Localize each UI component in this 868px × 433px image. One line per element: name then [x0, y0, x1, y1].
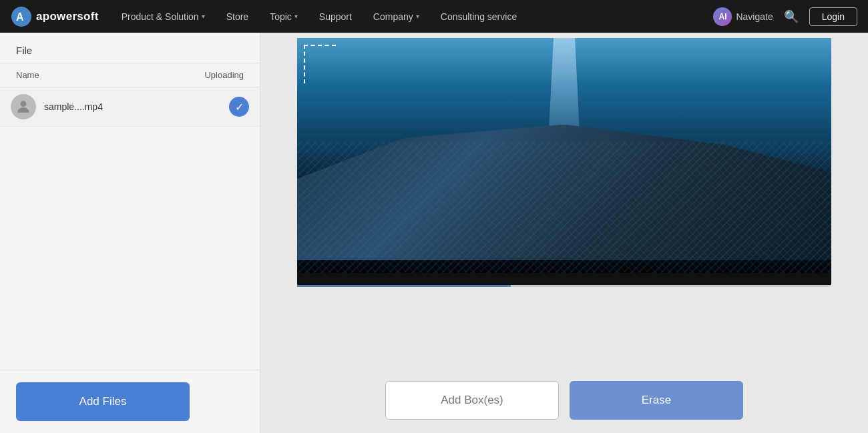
avatar [11, 94, 36, 119]
video-container [297, 38, 831, 287]
svg-text:A: A [16, 11, 24, 23]
logo-text: apowersoft [36, 10, 99, 23]
login-button[interactable]: Login [809, 7, 857, 26]
nav-right-section: AI Navigate 🔍 Login [713, 7, 857, 27]
chevron-down-icon: ▾ [294, 13, 298, 20]
ai-icon: AI [713, 7, 732, 26]
col-name: Name [16, 70, 39, 80]
table-header: Name Uploading [0, 63, 260, 87]
ai-navigate-button[interactable]: AI Navigate [713, 7, 773, 26]
logo[interactable]: A apowersoft [11, 6, 99, 27]
sidebar: File Name Uploading sample....mp4 ✓ Add … [0, 33, 260, 433]
add-boxes-button[interactable]: Add Box(es) [385, 381, 559, 420]
navbar: A apowersoft Product & Solution ▾ Store … [0, 0, 868, 33]
video-progress-bar[interactable] [297, 285, 831, 287]
add-files-button[interactable]: Add Files [16, 382, 190, 421]
video-preview [297, 38, 831, 285]
video-black-bar [297, 273, 831, 285]
col-uploading: Uploading [204, 70, 244, 80]
video-area: Add Box(es) Erase [260, 33, 868, 433]
nav-support[interactable]: Support [310, 0, 361, 33]
table-row[interactable]: sample....mp4 ✓ [0, 87, 260, 127]
nav-product-solution[interactable]: Product & Solution ▾ [112, 0, 214, 33]
chevron-down-icon: ▾ [416, 13, 419, 20]
svg-point-2 [21, 101, 27, 107]
main-content: File Name Uploading sample....mp4 ✓ Add … [0, 33, 868, 433]
upload-status-icon: ✓ [229, 97, 249, 117]
nav-topic[interactable]: Topic ▾ [260, 0, 307, 33]
search-icon[interactable]: 🔍 [781, 7, 801, 27]
file-list: sample....mp4 ✓ [0, 87, 260, 370]
erase-button[interactable]: Erase [570, 381, 743, 420]
fish-texture [297, 141, 831, 285]
video-scene [297, 38, 831, 285]
video-progress-fill [297, 285, 511, 287]
file-header: File [0, 33, 260, 63]
file-name: sample....mp4 [44, 101, 221, 112]
video-controls: Add Box(es) Erase [297, 368, 831, 420]
sidebar-bottom: Add Files [0, 370, 260, 433]
nav-consulting[interactable]: Consulting service [431, 0, 526, 33]
nav-company[interactable]: Company ▾ [364, 0, 429, 33]
chevron-down-icon: ▾ [202, 13, 205, 20]
nav-store[interactable]: Store [217, 0, 258, 33]
